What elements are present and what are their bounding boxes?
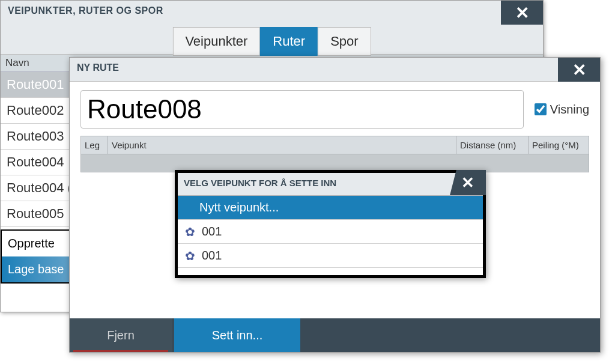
route-name-input[interactable]: Route008 — [80, 90, 524, 129]
new-waypoint-label: Nytt veipunkt... — [199, 201, 279, 214]
insert-button[interactable]: Sett inn... — [174, 318, 300, 352]
new-waypoint-option[interactable]: Nytt veipunkt... — [178, 196, 483, 220]
close-icon: ✕ — [461, 174, 474, 192]
routes-title: VEIPUNKTER, RUTER OG SPOR — [8, 5, 536, 16]
waypoint-icon: ✿ — [184, 250, 196, 262]
new-route-body: Route008 Visning Leg Veipunkt Distanse (… — [70, 82, 600, 172]
select-waypoint-popup: VELG VEIPUNKT FOR Å SETTE INN ✕ Nytt vei… — [175, 170, 486, 278]
waypoint-icon: ✿ — [184, 226, 196, 238]
waypoint-option[interactable]: ✿ 001 — [178, 244, 483, 268]
visning-checkbox-input[interactable] — [535, 103, 547, 115]
col-leg: Leg — [81, 136, 108, 154]
waypoint-option-label: 001 — [202, 225, 222, 238]
col-distance: Distanse (nm) — [456, 136, 529, 154]
routes-header: VEIPUNKTER, RUTER OG SPOR ✕ Veipunkter R… — [1, 1, 543, 55]
new-route-title: NY RUTE — [77, 62, 593, 73]
col-waypoint: Veipunkt — [108, 136, 456, 154]
new-route-header: NY RUTE ✕ — [70, 58, 600, 82]
tab-tracks[interactable]: Spor — [318, 27, 371, 56]
waypoint-popup-title: VELG VEIPUNKT FOR Å SETTE INN — [184, 178, 477, 188]
col-bearing: Peiling (°M) — [529, 136, 589, 154]
waypoint-option-label: 001 — [202, 249, 222, 262]
route-name-row: Route008 Visning — [80, 90, 589, 129]
waypoint-popup-list: Nytt veipunkt... ✿ 001 ✿ 001 — [178, 196, 483, 268]
visning-checkbox[interactable]: Visning — [535, 103, 589, 117]
new-route-bottombar: Fjern Sett inn... — [70, 318, 600, 352]
close-icon: ✕ — [515, 3, 529, 23]
waypoint-option[interactable]: ✿ 001 — [178, 220, 483, 244]
close-icon: ✕ — [572, 60, 586, 80]
tab-routes[interactable]: Ruter — [260, 27, 318, 56]
new-route-close-button[interactable]: ✕ — [558, 58, 600, 82]
leg-table-header: Leg Veipunkt Distanse (nm) Peiling (°M) — [80, 136, 589, 154]
waypoint-popup-close-button[interactable]: ✕ — [450, 170, 486, 195]
main-tabs: Veipunkter Ruter Spor — [172, 27, 371, 56]
routes-close-button[interactable]: ✕ — [501, 1, 543, 25]
remove-button[interactable]: Fjern — [70, 318, 172, 352]
tab-waypoints[interactable]: Veipunkter — [172, 27, 260, 56]
waypoint-popup-header: VELG VEIPUNKT FOR Å SETTE INN ✕ — [178, 173, 483, 196]
visning-label: Visning — [550, 103, 589, 117]
